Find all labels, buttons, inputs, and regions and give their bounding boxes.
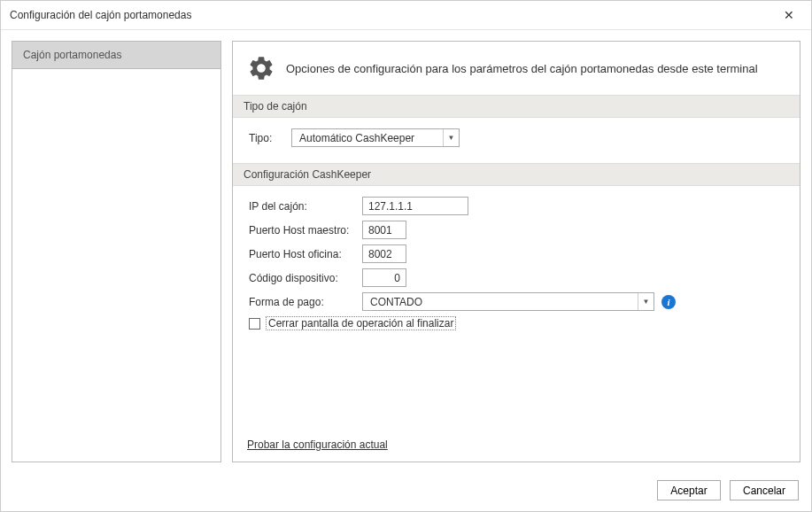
gear-icon [247,54,275,82]
row-forma-pago: Forma de pago: CONTADO ▼ i [249,292,784,311]
row-tipo: Tipo: Automático CashKeeper ▼ [249,128,784,147]
info-icon[interactable]: i [661,295,676,309]
puerto-maestro-label: Puerto Host maestro: [249,224,355,237]
puerto-maestro-input[interactable] [362,221,406,239]
row-puerto-maestro: Puerto Host maestro: [249,221,784,239]
row-cerrar-pantalla: Cerrar pantalla de operación al finaliza… [249,316,784,330]
row-ip: IP del cajón: [249,197,784,215]
tipo-label: Tipo: [249,132,284,144]
titlebar: Configuración del cajón portamonedas ✕ [1,1,811,30]
section-tipo: Tipo de cajón Tipo: Automático CashKeepe… [233,95,800,163]
ip-input[interactable] [362,197,468,215]
panel-description: Opciones de configuración para los parám… [286,62,758,75]
test-config-link[interactable]: Probar la configuración actual [247,438,388,451]
codigo-label: Código dispositivo: [249,272,355,284]
forma-pago-label: Forma de pago: [249,296,355,308]
content-area: Cajón portamonedas Opciones de configura… [1,30,811,473]
row-puerto-oficina: Puerto Host oficina: [249,244,784,263]
cancel-button[interactable]: Cancelar [730,480,799,500]
sidebar: Cajón portamonedas [12,41,221,462]
window-title: Configuración del cajón portamonedas [10,9,191,21]
close-icon: ✕ [784,8,794,22]
section-tipo-header: Tipo de cajón [233,95,800,118]
close-button[interactable]: ✕ [776,6,802,24]
forma-pago-value: CONTADO [363,296,638,308]
accept-button[interactable]: Aceptar [657,480,721,500]
section-cashkeeper-header: Configuración CashKeeper [233,163,800,186]
panel-header: Opciones de configuración para los parám… [233,42,800,95]
ip-label: IP del cajón: [249,200,355,213]
codigo-input[interactable] [362,268,406,287]
chevron-down-icon: ▼ [638,293,653,310]
chevron-down-icon: ▼ [443,129,459,146]
sidebar-item-cajon[interactable]: Cajón portamonedas [12,42,220,69]
puerto-oficina-input[interactable] [362,244,406,263]
tipo-dropdown-value: Automático CashKeeper [292,132,443,144]
section-cashkeeper: Configuración CashKeeper IP del cajón: P… [233,163,800,341]
tipo-dropdown[interactable]: Automático CashKeeper ▼ [291,128,460,147]
cerrar-checkbox-label: Cerrar pantalla de operación al finaliza… [266,316,456,330]
dialog-window: Configuración del cajón portamonedas ✕ C… [0,0,812,512]
cerrar-checkbox[interactable] [249,318,260,330]
row-codigo: Código dispositivo: [249,268,784,287]
dialog-footer: Aceptar Cancelar [1,473,811,511]
main-panel: Opciones de configuración para los parám… [232,41,800,462]
sidebar-item-label: Cajón portamonedas [23,49,121,61]
puerto-oficina-label: Puerto Host oficina: [249,248,355,260]
forma-pago-dropdown[interactable]: CONTADO ▼ [362,292,654,311]
